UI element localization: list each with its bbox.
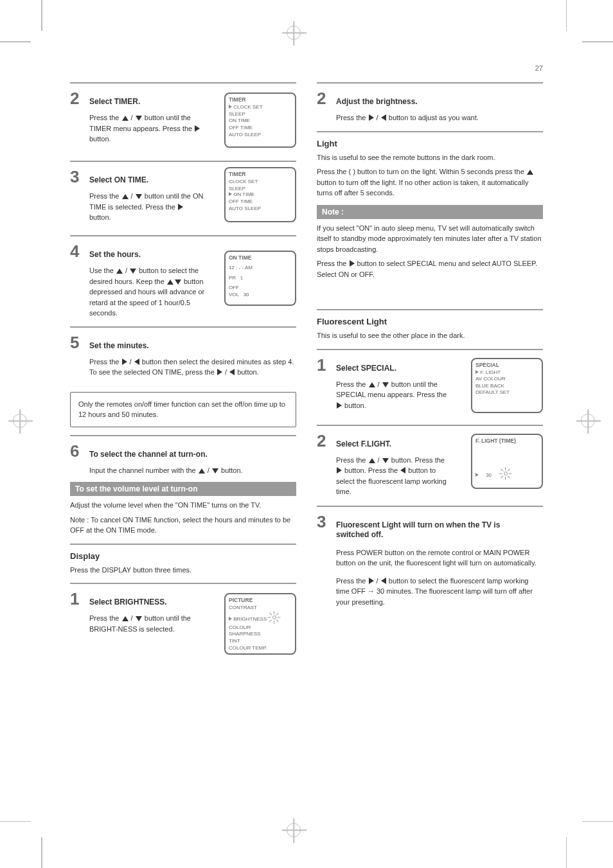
step-title: To select the channel at turn-on. [89, 450, 208, 460]
section-heading: Light [317, 139, 543, 148]
triangle-right-icon [350, 260, 355, 267]
triangle-up-icon [122, 116, 129, 121]
step-body: Input the channel number with the / butt… [70, 465, 296, 476]
triangle-right-icon [195, 125, 200, 132]
triangle-down-icon [382, 458, 389, 463]
triangle-right-icon [337, 467, 342, 474]
step-number: 6 [70, 441, 83, 461]
triangle-right-icon [337, 402, 342, 409]
section-heading: Display [70, 551, 296, 561]
triangle-up-icon [369, 382, 375, 387]
note-bar: Note : [317, 205, 543, 219]
triangle-down-icon [136, 616, 142, 621]
triangle-left-icon [134, 359, 139, 365]
triangle-right-icon [122, 359, 127, 365]
step-body: Use the / button to select the desired h… [70, 265, 209, 319]
osd-screen: F. LIGHT (TIME) 30 [471, 434, 543, 489]
step-number: 4 [70, 242, 83, 261]
step-title: Select F.LIGHT. [336, 439, 391, 450]
osd-screen: TIMER CLOCK SET SLEEP ON TIME OFF TIME A… [224, 167, 296, 222]
step-title: Set the minutes. [89, 341, 149, 351]
right-column: 2 Adjust the brightness. Press the / but… [317, 82, 543, 660]
section-text: This is useful to see the remote buttons… [317, 152, 543, 199]
triangle-right-icon [369, 114, 374, 121]
step-number: 2 [317, 431, 330, 451]
triangle-up-icon [199, 468, 205, 474]
note-text: If you select "ON" in auto sleep menu, T… [317, 223, 543, 280]
triangle-up-icon [369, 458, 375, 463]
step-body: Press the / button to adjust as you want… [317, 112, 543, 123]
note-bar: To set the volume level at turn-on [70, 482, 296, 496]
triangle-right-icon [178, 204, 183, 210]
step-number: 3 [317, 512, 330, 532]
osd-screen: PICTURE CONTRAST BRIGHTNESS COLOUR SHARP… [224, 593, 296, 655]
step-body: Press the / button until the TIMER menu … [70, 112, 205, 145]
triangle-left-icon [381, 114, 386, 121]
triangle-down-icon [175, 279, 181, 285]
triangle-left-icon [400, 467, 405, 474]
step-body: Press the / button then select the desir… [70, 357, 296, 378]
divider [70, 82, 296, 84]
triangle-down-icon [136, 116, 142, 121]
step-body: Press the / button until the ON TIME is … [70, 191, 205, 223]
triangle-right-icon [217, 369, 222, 375]
section-text: This is useful to see the other place in… [317, 330, 543, 341]
step-body: Press POWER button on the remote control… [317, 547, 543, 608]
triangle-up-icon [122, 616, 129, 621]
step-title: Select TIMER. [89, 97, 140, 107]
triangle-down-icon [130, 269, 136, 274]
step-body: Press the / button until the SPECIAL men… [317, 379, 452, 411]
step-title: Select ON TIME. [89, 175, 148, 186]
triangle-right-icon [369, 578, 374, 584]
note-text: Adjust the volume level when the "ON TIM… [70, 500, 296, 536]
note-box: Only the remotes on/off timer function c… [70, 392, 296, 427]
step-number: 1 [317, 355, 330, 375]
step-title: Adjust the brightness. [336, 97, 418, 107]
triangle-up-icon [527, 170, 533, 175]
osd-screen: ON TIME 12 : - - AM PR 1 OFF VOL 30 [224, 251, 296, 306]
step-number: 5 [70, 333, 83, 353]
left-column: 2 Select TIMER. Press the / button until… [70, 82, 296, 660]
triangle-down-icon [212, 468, 218, 474]
triangle-up-icon [116, 269, 123, 274]
step-body: Press the / button. Press the button. Pr… [317, 455, 452, 497]
brightness-icon [499, 467, 512, 480]
section-heading: Fluorescent Light [317, 317, 543, 326]
osd-screen: TIMER CLOCK SET SLEEP ON TIME OFF TIME A… [224, 93, 296, 148]
triangle-down-icon [382, 382, 389, 387]
step-number: 2 [70, 89, 83, 109]
step-title: Set the hours. [89, 250, 141, 260]
triangle-left-icon [229, 369, 235, 375]
page-content: 27 2 Select TIMER. Press the / button un… [70, 82, 543, 660]
step-number: 2 [317, 89, 330, 109]
step-body: Press the / button until the BRIGHT-NESS… [70, 613, 205, 634]
step-number: 1 [70, 589, 83, 609]
triangle-up-icon [167, 279, 173, 285]
step-title: Fluorescent Light will turn on when the … [336, 520, 529, 540]
section-text: Press the DISPLAY button three times. [70, 565, 296, 576]
triangle-down-icon [136, 194, 142, 199]
triangle-up-icon [122, 194, 129, 199]
step-title: Select SPECIAL. [336, 364, 396, 374]
page-number: 27 [535, 64, 543, 72]
brightness-icon [268, 611, 281, 624]
triangle-left-icon [381, 578, 386, 584]
osd-screen: SPECIAL F. LIGHT AV COLOUR BLUE BACK DEF… [471, 358, 543, 413]
step-number: 3 [70, 167, 83, 187]
step-title: Select BRIGHTNESS. [89, 598, 167, 608]
